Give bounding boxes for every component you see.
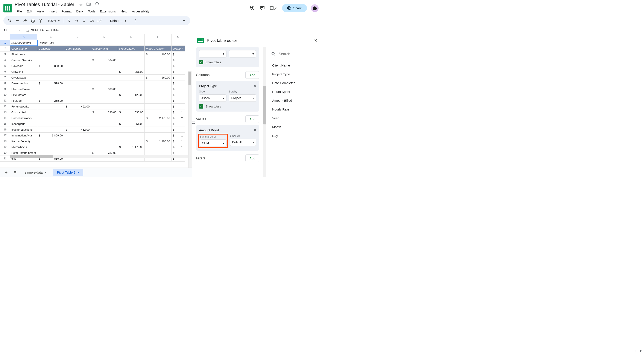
field-month[interactable]: Month	[270, 122, 318, 131]
menu-accessibility[interactable]: Accessibility	[130, 8, 152, 14]
menu-format[interactable]: Format	[59, 8, 74, 14]
row-header-16[interactable]: 16	[0, 127, 10, 133]
field-hours-spent[interactable]: Hours Spent	[270, 87, 318, 96]
row-header-9[interactable]: 9	[0, 86, 10, 92]
move-icon[interactable]	[86, 2, 91, 7]
comments-icon[interactable]	[259, 5, 265, 11]
row-header-21[interactable]: 21	[0, 156, 10, 162]
cell-A1[interactable]: SUM of Amount	[10, 40, 37, 46]
field-day[interactable]: Day	[270, 131, 318, 140]
star-icon[interactable]: ☆	[79, 2, 83, 7]
format-123-button[interactable]: 123	[96, 17, 103, 24]
cell-A7[interactable]: Crystalways	[10, 75, 37, 80]
cell-A18[interactable]: Karma Security	[10, 138, 37, 144]
row-header-10[interactable]: 10	[0, 92, 10, 98]
col-header-G[interactable]: G	[172, 34, 185, 40]
row-header-4[interactable]: 4	[0, 57, 10, 63]
field-client-name[interactable]: Client Name	[270, 61, 318, 70]
name-box[interactable]: A1▼	[2, 28, 22, 33]
add-filters-button[interactable]: Add	[245, 154, 259, 162]
row-header-18[interactable]: 18	[0, 138, 10, 144]
search-icon[interactable]	[271, 52, 276, 56]
field-amount-billed[interactable]: Amount Billed	[270, 96, 318, 105]
history-icon[interactable]	[250, 5, 256, 11]
cell-A9[interactable]: Electron Brews	[10, 86, 37, 92]
doc-title[interactable]: Pivot Tables Tutorial - Zapier	[14, 2, 74, 7]
row-header-8[interactable]: 8	[0, 80, 10, 86]
col-header-F[interactable]: F	[145, 34, 172, 40]
col-header-A[interactable]: A	[10, 34, 37, 40]
cell-A19[interactable]: Microwheels	[10, 144, 37, 150]
row-header-13[interactable]: 13	[0, 109, 10, 115]
row-header-5[interactable]: 5	[0, 63, 10, 69]
cell-A15[interactable]: Icebergarts	[10, 121, 37, 127]
row-header-11[interactable]: 11	[0, 98, 10, 104]
increase-decimal-icon[interactable]: .00	[89, 17, 95, 24]
col-header-B[interactable]: B	[37, 34, 64, 40]
avatar[interactable]	[311, 4, 318, 12]
menu-help[interactable]: Help	[118, 8, 129, 14]
field-date-completed[interactable]: Date Completed	[270, 78, 318, 87]
panel-resize-handle[interactable]: ⋮⋮	[192, 120, 195, 124]
row-header-15[interactable]: 15	[0, 121, 10, 127]
share-button[interactable]: Share	[282, 4, 307, 12]
row-header-1[interactable]: 1	[0, 40, 10, 46]
sheets-logo-icon[interactable]	[4, 4, 12, 12]
row-header-6[interactable]: 6	[0, 69, 10, 75]
paint-format-icon[interactable]	[37, 17, 44, 24]
currency-button[interactable]: $	[66, 17, 72, 24]
add-columns-button[interactable]: Add	[245, 71, 259, 79]
zoom-dropdown[interactable]: 100%▾	[45, 19, 61, 23]
tab-sample-data[interactable]: sample-data▼	[21, 169, 50, 176]
row-header-17[interactable]: 17	[0, 133, 10, 138]
col-header-D[interactable]: D	[91, 34, 118, 40]
field-project-type[interactable]: Project Type	[270, 70, 318, 78]
rows-order-dropdown[interactable]: ▾	[199, 50, 226, 57]
collapse-toolbar-icon[interactable]	[181, 17, 187, 24]
row-header-3[interactable]: 3	[0, 51, 10, 57]
show-totals-checkbox[interactable]: ✓	[199, 60, 203, 64]
redo-icon[interactable]	[22, 17, 28, 24]
menu-file[interactable]: File	[14, 8, 24, 14]
undo-icon[interactable]	[14, 17, 20, 24]
row-header-20[interactable]: 20	[0, 150, 10, 156]
menu-extensions[interactable]: Extensions	[98, 8, 118, 14]
menu-edit[interactable]: Edit	[24, 8, 34, 14]
menu-insert[interactable]: Insert	[46, 8, 59, 14]
show-totals-checkbox-cols[interactable]: ✓	[199, 104, 203, 109]
add-values-button[interactable]: Add	[245, 115, 259, 123]
decrease-decimal-icon[interactable]: .0	[81, 17, 87, 24]
vertical-scrollbar[interactable]	[188, 71, 192, 168]
menu-data[interactable]: Data	[74, 8, 85, 14]
print-icon[interactable]	[30, 17, 36, 24]
all-sheets-button[interactable]: ≡	[12, 169, 18, 176]
row-header-2[interactable]: 2	[0, 46, 10, 51]
field-hourly-rate[interactable]: Hourly Rate	[270, 105, 318, 114]
meet-icon[interactable]	[269, 5, 278, 11]
cell-A13[interactable]: Grizzlimited	[10, 109, 37, 115]
cell-A10[interactable]: Elite Motors	[10, 92, 37, 98]
cell-A6[interactable]: Crowking	[10, 69, 37, 75]
col-header-E[interactable]: E	[118, 34, 145, 40]
row-header-14[interactable]: 14	[0, 115, 10, 121]
menu-tools[interactable]: Tools	[86, 8, 98, 14]
show-as-dropdown[interactable]: Default▾	[230, 139, 256, 146]
add-sheet-button[interactable]: +	[3, 169, 10, 176]
cell-A4[interactable]: Cannon Security	[10, 57, 37, 63]
remove-amount-billed-icon[interactable]: ✕	[254, 128, 256, 132]
cell-A11[interactable]: Firetube	[10, 98, 37, 104]
col-header-C[interactable]: C	[64, 34, 91, 40]
cloud-icon[interactable]	[95, 2, 100, 7]
cell-A17[interactable]: Imagination Avia	[10, 133, 37, 138]
cell-A12[interactable]: Fortunetworks	[10, 104, 37, 109]
cell-A3[interactable]: Bluetronics	[10, 51, 37, 57]
close-panel-icon[interactable]: ✕	[314, 38, 317, 43]
search-icon[interactable]	[6, 17, 13, 24]
panel-scrollbar[interactable]	[264, 47, 266, 177]
cell-A16[interactable]: Icecaproductions	[10, 127, 37, 133]
sortby-dropdown[interactable]: Project …▾	[229, 94, 256, 102]
formula-text[interactable]: SUM of Amount Billed	[31, 28, 60, 32]
field-search-input[interactable]	[279, 52, 317, 56]
cell-A14[interactable]: Hurricanetworks	[10, 115, 37, 121]
horizontal-scrollbar[interactable]	[10, 155, 188, 158]
